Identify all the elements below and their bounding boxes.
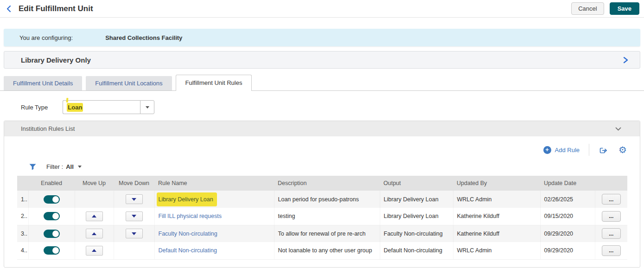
rule-type-label: Rule Type [21, 104, 48, 111]
rule-updated-by: Katherine Kilduff [453, 208, 540, 225]
toolbar-divider [589, 144, 589, 156]
chevron-down-icon[interactable] [78, 166, 82, 168]
rule-updated-by: WRLC Admin [453, 191, 540, 208]
rule-updated-by: Katherine Kilduff [453, 225, 540, 242]
add-rule-label: Add Rule [555, 147, 580, 154]
column-header-description: Description [274, 176, 380, 191]
rule-name-link[interactable]: Library Delivery Loan [159, 195, 213, 204]
column-header-actions [595, 176, 627, 191]
tab-fulfillment-unit-details[interactable]: Fulfillment Unit Details [4, 76, 82, 90]
column-header-update-date: Update Date [540, 176, 595, 191]
rule-update-date: 09/29/2020 [540, 225, 595, 242]
column-header-move-down: Move Down [114, 176, 154, 191]
row-number: 1.. [17, 191, 28, 208]
unit-panel[interactable]: Library Delivery Only [4, 51, 640, 69]
row-actions-button[interactable]: ... [602, 228, 621, 239]
filter-row: Filter : All [4, 158, 640, 173]
rule-description: Loan period for pseudo-patrons [274, 191, 380, 208]
triangle-up-icon [92, 215, 96, 218]
table-row: 2.. Fill ILL physical requests testing L… [17, 208, 627, 225]
column-header-updated-by: Updated By [453, 176, 540, 191]
move-down-button[interactable] [126, 211, 143, 221]
filter-funnel-icon[interactable] [29, 164, 36, 170]
row-number: 3.. [17, 225, 28, 242]
rule-output: Faculty Non-circulating [380, 225, 453, 242]
column-header-output: Output [380, 176, 453, 191]
rule-type-select[interactable]: Loan [63, 100, 154, 114]
rules-table: Enabled Move Up Move Down Rule Name Desc… [17, 176, 627, 260]
rule-type-dropdown-button[interactable] [140, 100, 154, 114]
configuring-label: You are configuring: [19, 34, 73, 41]
plus-circle-icon: + [543, 146, 551, 154]
page-title: Edit Fulfillment Unit [19, 4, 93, 13]
rule-description: To allow for renewal of pre re-arch [274, 225, 380, 242]
tab-fulfillment-unit-rules[interactable]: Fulfillment Unit Rules [176, 75, 252, 91]
rule-name-link[interactable]: Faculty Non-circulating [159, 231, 217, 237]
row-number: 2.. [17, 208, 28, 225]
move-down-button[interactable] [126, 194, 143, 204]
rule-description: Not loanable to any other user group [274, 242, 380, 259]
enabled-toggle[interactable] [44, 246, 60, 255]
rule-update-date: 09/29/2020 [540, 242, 595, 259]
rules-section-header[interactable]: Institution Rules List [4, 121, 640, 136]
filter-value[interactable]: All [66, 163, 74, 170]
chevron-down-icon [146, 106, 149, 109]
rule-type-row: Rule Type Loan [21, 100, 644, 114]
chevron-right-icon[interactable] [623, 57, 629, 64]
triangle-up-icon [92, 249, 96, 252]
collapse-chevron-icon[interactable] [615, 127, 621, 131]
rule-update-date: 09/15/2020 [540, 208, 595, 225]
tab-fulfillment-unit-locations[interactable]: Fulfillment Unit Locations [86, 76, 172, 90]
filter-label: Filter : [46, 163, 63, 170]
move-down-button[interactable] [126, 229, 143, 238]
triangle-down-icon [132, 232, 136, 235]
enabled-toggle[interactable] [44, 230, 60, 238]
table-header-row: Enabled Move Up Move Down Rule Name Desc… [17, 176, 627, 191]
row-actions-button[interactable]: ... [602, 194, 621, 205]
enabled-toggle[interactable] [44, 195, 60, 204]
rule-name-link[interactable]: Fill ILL physical requests [159, 213, 222, 219]
top-bar: Edit Fulfillment Unit Cancel Save [0, 0, 644, 18]
rule-description: testing [274, 208, 380, 225]
triangle-down-icon [132, 215, 136, 218]
row-number: 4.. [17, 242, 28, 259]
export-icon[interactable] [599, 145, 608, 154]
row-actions-button[interactable]: ... [602, 245, 621, 256]
table-row: 3.. Faculty Non-circulating To allow for… [17, 225, 627, 242]
move-up-button[interactable] [86, 211, 103, 221]
rules-section-title: Institution Rules List [21, 125, 75, 132]
move-up-button[interactable] [86, 229, 103, 238]
gear-icon[interactable]: ⚙ [618, 146, 627, 154]
institution-rules-section: Institution Rules List + Add Rule ⚙ Filt… [4, 121, 640, 268]
save-button[interactable]: Save [610, 2, 639, 15]
column-header-index [17, 176, 28, 191]
add-rule-button[interactable]: + Add Rule [543, 146, 580, 154]
rule-update-date: 02/26/2025 [540, 191, 595, 208]
table-row: 4.. Default Non-circulating Not loanable… [17, 242, 627, 259]
back-chevron-icon[interactable] [6, 5, 12, 13]
row-actions-button[interactable]: ... [602, 211, 621, 222]
configuring-value: Shared Collections Facility [105, 34, 182, 41]
rule-name-link[interactable]: Default Non-circulating [159, 247, 217, 254]
configuring-banner: You are configuring: Shared Collections … [4, 29, 640, 46]
table-row: 1.. Library Delivery Loan Loan period fo… [17, 191, 627, 208]
rules-toolbar: + Add Rule ⚙ [4, 136, 640, 158]
rule-output: Library Delivery Loan [380, 191, 453, 208]
rule-output: Default Non-circulating [380, 242, 453, 259]
unit-panel-title: Library Delivery Only [21, 56, 91, 64]
column-header-rule-name: Rule Name [154, 176, 274, 191]
cancel-button[interactable]: Cancel [571, 2, 604, 15]
move-up-button[interactable] [86, 246, 103, 256]
column-header-move-up: Move Up [75, 176, 114, 191]
triangle-down-icon [132, 198, 136, 201]
rule-output: Library Delivery Loan [380, 208, 453, 225]
rule-updated-by: WRLC Admin [453, 242, 540, 259]
triangle-up-icon [92, 232, 96, 235]
enabled-toggle[interactable] [44, 212, 60, 220]
tab-bar: Fulfillment Unit Details Fulfillment Uni… [0, 75, 644, 91]
column-header-enabled: Enabled [28, 176, 75, 191]
rule-type-value: Loan [68, 104, 82, 111]
